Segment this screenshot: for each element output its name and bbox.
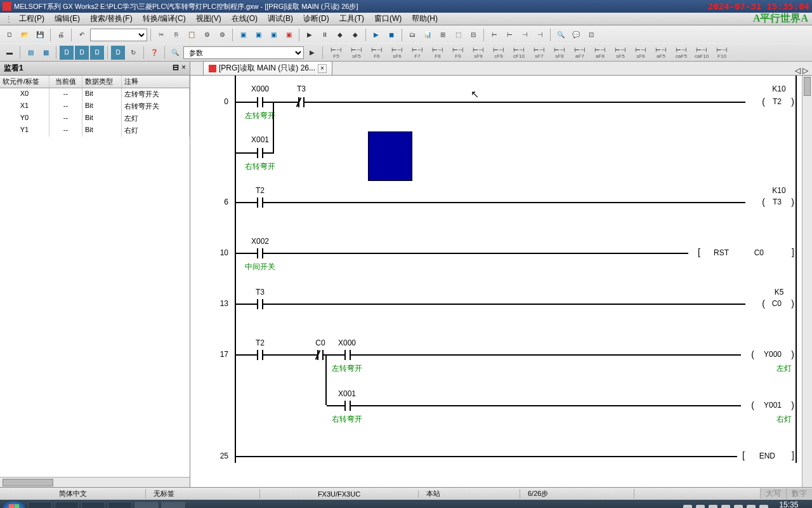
ladder-tool-aF5[interactable]: ⊢⊣aF5 (651, 46, 671, 60)
refresh-icon[interactable]: ↻ (126, 46, 140, 60)
tray-icon[interactable] (683, 505, 692, 508)
nav-list-icon[interactable]: 📊 (421, 28, 435, 42)
ladder-tool-F7[interactable]: ⊢⊣F7 (407, 46, 428, 60)
tray-icon[interactable] (696, 505, 705, 508)
watch-row[interactable]: Y1--Bit右灯 (0, 124, 190, 137)
ladder-tool-cF9[interactable]: ⊢⊣cF9 (488, 46, 509, 60)
ladder-tool-aF7[interactable]: ⊢⊣aF7 (570, 46, 590, 60)
compile-icon[interactable]: ⚙ (200, 28, 214, 42)
mode4-icon[interactable]: D (111, 46, 125, 60)
nav-element-icon[interactable]: ⊞ (436, 28, 450, 42)
no-contact[interactable] (251, 247, 270, 260)
no-contact[interactable] (251, 147, 270, 159)
start-button[interactable] (3, 501, 25, 508)
ladder-tool-sF9[interactable]: ⊢⊣sF9 (468, 46, 488, 60)
ladder-tool-sF5[interactable]: ⊢⊣sF5 (610, 46, 631, 60)
col-value[interactable]: 当前值 (49, 76, 82, 88)
ladder-tool-sF8[interactable]: ⊢⊣sF8 (549, 46, 570, 60)
undo-icon[interactable]: ↶ (75, 28, 89, 42)
task-app1[interactable] (55, 502, 79, 508)
ladder-tool-F6[interactable]: ⊢⊣F6 (367, 46, 387, 60)
ladder-tool-F8[interactable]: ⊢⊣F8 (428, 46, 448, 60)
mode2-icon[interactable]: D (75, 46, 89, 60)
ladder-tool-sF6[interactable]: ⊢⊣sF6 (631, 46, 651, 60)
undo-combo[interactable] (90, 29, 147, 41)
menu-view[interactable]: 视图(V) (192, 12, 225, 25)
ladder-tool-cF10[interactable]: ⊢⊣cF10 (509, 46, 529, 60)
label-icon[interactable]: ⊡ (584, 28, 598, 42)
save-icon[interactable]: 💾 (33, 28, 47, 42)
menu-tool[interactable]: 工具(T) (336, 12, 368, 25)
copy-icon[interactable]: ⎘ (169, 28, 183, 42)
monitor-stop-icon[interactable]: ⏸ (318, 28, 332, 42)
taskbar-clock[interactable]: 15:35 2024/7/31 (772, 500, 806, 508)
tab-prev-icon[interactable]: ◁ (795, 66, 801, 75)
tab-next-icon[interactable]: ▷ (802, 66, 808, 75)
new-icon[interactable]: 🗋 (3, 28, 16, 42)
tab-close-icon[interactable]: × (318, 64, 327, 73)
write-plc-icon[interactable]: ▣ (236, 28, 250, 42)
no-contact[interactable] (251, 196, 270, 209)
menu-convert[interactable]: 转换/编译(C) (139, 12, 190, 25)
tray-icon[interactable] (734, 505, 743, 508)
verify-icon[interactable]: ▣ (266, 28, 280, 42)
read-plc-icon[interactable]: ▣ (251, 28, 265, 42)
task-app3[interactable] (108, 502, 132, 508)
ladder-editor[interactable]: 0 X000 左转弯开 T3 K10 ( T2 ) X001 右转弯开 (190, 76, 812, 487)
tray-icon[interactable] (747, 505, 756, 508)
no-contact[interactable] (338, 349, 357, 361)
nc-contact[interactable] (311, 349, 330, 361)
nav-find-icon[interactable]: ⊟ (466, 28, 480, 42)
menu-online[interactable]: 在线(O) (228, 12, 261, 25)
tray-icon[interactable] (709, 505, 717, 508)
ladder-4-icon[interactable]: ⊣ (533, 28, 547, 42)
open-icon[interactable]: 📂 (18, 28, 32, 42)
view2-icon[interactable]: ▤ (23, 46, 37, 60)
monitor-icon[interactable]: ▣ (282, 28, 296, 42)
monitor-edit-icon[interactable]: ◆ (348, 28, 362, 42)
col-comment[interactable]: 注释 (122, 76, 190, 88)
menu-diagnose[interactable]: 诊断(D) (299, 12, 333, 25)
ladder-tool-aF8[interactable]: ⊢⊣aF8 (590, 46, 610, 60)
col-device[interactable]: 软元件/标签 (0, 76, 49, 88)
paste-icon[interactable]: 📋 (185, 28, 199, 42)
ladder-tool-F5[interactable]: ⊢⊣F5 (326, 46, 346, 60)
find-icon[interactable]: 🔍 (168, 46, 182, 60)
task-explorer[interactable] (28, 502, 52, 508)
watch-row[interactable]: Y0--Bit左灯 (0, 112, 190, 124)
mode3-icon[interactable]: D (90, 46, 104, 60)
tray-icon[interactable] (721, 505, 730, 508)
ladder-2-icon[interactable]: ⊢ (502, 28, 516, 42)
monitor-start-icon[interactable]: ▶ (303, 28, 317, 42)
nav-tree-icon[interactable]: 🗂 (405, 28, 419, 42)
ladder-tool-F10[interactable]: ⊢⊣F10 (712, 46, 732, 60)
system-tray[interactable]: 15:35 2024/7/31 (683, 500, 809, 508)
nc-contact[interactable] (292, 96, 311, 109)
param-combo[interactable]: 参数 (183, 46, 304, 59)
task-app2[interactable] (81, 502, 105, 508)
go-icon[interactable]: ▶ (305, 46, 319, 60)
task-app4[interactable] (161, 502, 185, 508)
view3-icon[interactable]: ▦ (39, 46, 53, 60)
help-icon[interactable]: ❓ (147, 46, 161, 60)
ladder-1-icon[interactable]: ⊢ (487, 28, 501, 42)
no-contact[interactable] (251, 96, 270, 109)
no-contact[interactable] (251, 349, 270, 361)
menu-debug[interactable]: 调试(B) (264, 12, 297, 25)
zoom-icon[interactable]: 🔍 (554, 28, 568, 42)
view1-icon[interactable]: ▬ (3, 46, 16, 60)
close-icon[interactable]: × (181, 63, 186, 74)
mode1-icon[interactable]: D (60, 46, 74, 60)
pin-icon[interactable]: ⊟ (173, 63, 179, 74)
compile-all-icon[interactable]: ⚙ (215, 28, 229, 42)
menu-window[interactable]: 窗口(W) (370, 12, 405, 25)
watch-hscroll[interactable] (0, 477, 190, 487)
cut-icon[interactable]: ✂ (154, 28, 168, 42)
menu-find[interactable]: 搜索/替换(F) (86, 12, 136, 25)
watch-row[interactable]: X1--Bit右转弯开关 (0, 100, 190, 112)
ladder-tool-caF10[interactable]: ⊢⊣caF10 (691, 46, 712, 60)
ladder-tool-sF6[interactable]: ⊢⊣sF6 (387, 46, 407, 60)
comment-icon[interactable]: 💬 (569, 28, 583, 42)
no-contact[interactable] (338, 399, 357, 412)
nav-output-icon[interactable]: ⬚ (451, 28, 465, 42)
